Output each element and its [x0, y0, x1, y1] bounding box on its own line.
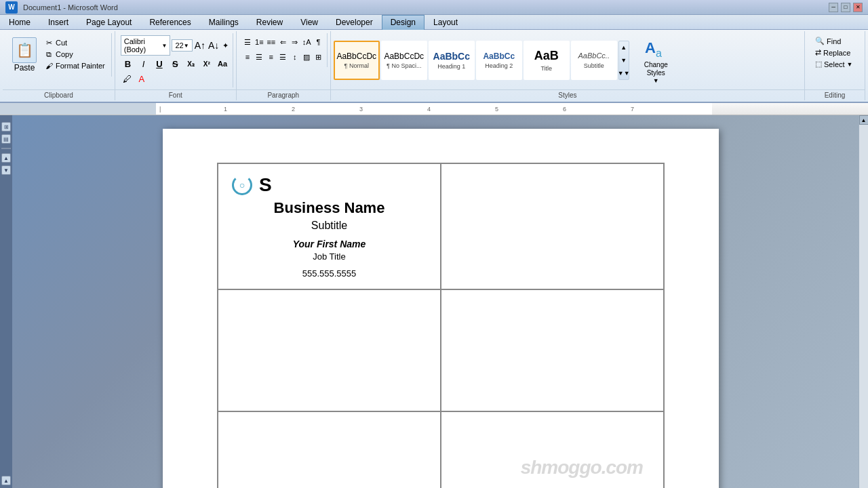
replace-icon: ⇄ — [815, 48, 821, 57]
card-cell-mid-right[interactable] — [441, 289, 664, 411]
copy-button[interactable]: ⧉ Copy — [42, 49, 107, 60]
card-cell-bot-right[interactable]: shmoggo.com — [441, 411, 664, 488]
font-size-selector[interactable]: 22 ▼ — [172, 39, 192, 52]
increase-indent-button[interactable]: ⇒ — [289, 35, 300, 49]
styles-section: AaBbCcDc ¶ Normal AaBbCcDc ¶ No Spaci...… — [331, 31, 805, 100]
replace-button[interactable]: ⇄ Replace — [813, 47, 856, 58]
ribbon: 📋 Paste ✂ Cut ⧉ Copy 🖌 Format Painter — [0, 30, 868, 103]
change-styles-button[interactable]: A a ChangeStyles ▼ — [631, 34, 682, 87]
numbering-button[interactable]: 1≡ — [254, 35, 264, 49]
card-logo: ○ — [232, 175, 252, 195]
word-logo: W — [5, 1, 18, 14]
strikethrough-button[interactable]: S — [168, 57, 182, 70]
close-button[interactable]: ✕ — [853, 3, 863, 12]
borders-button[interactable]: ⊞ — [313, 50, 323, 64]
superscript-button[interactable]: X² — [199, 57, 214, 70]
font-size-decrease-button[interactable]: A↓ — [208, 39, 220, 52]
tab-references[interactable]: References — [140, 15, 199, 29]
style-heading2[interactable]: AaBbCc Heading 2 — [476, 41, 522, 80]
bold-button[interactable]: B — [121, 57, 135, 70]
font-color-button[interactable]: A — [135, 72, 149, 85]
editing-section: 🔍 Find ⇄ Replace ⬚ Select ▼ Editing — [805, 31, 865, 100]
style-h2-preview: AaBbCc — [483, 52, 515, 61]
view-btn-1[interactable]: ⊞ — [1, 122, 11, 131]
ruler: | 1 2 3 4 5 6 7 — [0, 103, 868, 115]
italic-button[interactable]: I — [136, 57, 151, 70]
scroll-more-icon: ▼▼ — [618, 70, 630, 77]
style-nospace-preview: AaBbCcDc — [384, 52, 424, 61]
style-normal-label: ¶ Normal — [344, 62, 369, 69]
svg-text:a: a — [656, 47, 662, 59]
change-styles-label: ChangeStyles — [644, 61, 668, 77]
font-name-selector[interactable]: Calibri (Body) ▼ — [121, 35, 171, 56]
copy-icon: ⧉ — [44, 49, 54, 59]
card-cell-mid-left[interactable] — [218, 289, 441, 411]
card-person-name: Your First Name — [293, 239, 366, 249]
style-subtitle[interactable]: AaBbCc.. Subtitle — [571, 41, 617, 80]
select-button[interactable]: ⬚ Select ▼ — [813, 58, 856, 70]
styles-scroll-button[interactable]: ▲ ▼ ▼▼ — [618, 41, 629, 80]
underline-button[interactable]: U — [152, 57, 166, 70]
cut-button[interactable]: ✂ Cut — [42, 37, 107, 48]
sort-button[interactable]: ↕A — [301, 35, 312, 49]
show-hide-button[interactable]: ¶ — [313, 35, 323, 49]
card-job-title: Job Title — [313, 251, 345, 262]
card-cell-bot-left[interactable] — [218, 411, 441, 488]
font-section: Calibri (Body) ▼ 22 ▼ A↑ A↓ ✦ B I U S — [115, 31, 237, 100]
title-bar: W Document1 - Microsoft Word ─ □ ✕ — [0, 0, 868, 15]
style-subtitle-preview: AaBbCc.. — [578, 52, 610, 60]
view-btn-4[interactable]: ▼ — [1, 165, 11, 175]
style-h1-preview: AaBbCc — [433, 51, 470, 62]
format-painter-button[interactable]: 🖌 Format Painter — [42, 60, 107, 71]
view-btn-2[interactable]: ▤ — [1, 134, 11, 144]
tab-mailings[interactable]: Mailings — [200, 15, 248, 29]
subscript-button[interactable]: X₂ — [184, 57, 198, 70]
scroll-up-button[interactable]: ▲ — [859, 115, 869, 125]
card-cell-top-right[interactable] — [441, 163, 664, 289]
style-normal-preview: AaBbCcDc — [336, 52, 376, 61]
align-left-button[interactable]: ≡ — [242, 50, 253, 64]
font-label: Font — [115, 89, 236, 100]
tab-insert[interactable]: Insert — [39, 15, 77, 29]
editing-label: Editing — [805, 89, 865, 100]
title-text: Document1 - Microsoft Word — [23, 3, 118, 12]
style-heading1[interactable]: AaBbCc Heading 1 — [429, 41, 475, 80]
clear-formatting-button[interactable]: ✦ — [221, 39, 229, 52]
card-cell-top-left[interactable]: ○ S Business Name Subtitle Your First Na… — [218, 163, 441, 289]
tab-page-layout[interactable]: Page Layout — [77, 15, 140, 29]
align-center-button[interactable]: ☰ — [254, 50, 264, 64]
font-size-increase-button[interactable]: A↑ — [194, 39, 206, 52]
style-subtitle-label: Subtitle — [584, 62, 604, 69]
shading-button[interactable]: ▨ — [301, 50, 312, 64]
editing-area: 🔍 Find ⇄ Replace ⬚ Select ▼ — [808, 33, 862, 72]
tab-layout[interactable]: Layout — [425, 15, 467, 29]
bullets-button[interactable]: ☰ — [242, 35, 253, 49]
tab-design[interactable]: Design — [382, 15, 425, 30]
find-button[interactable]: 🔍 Find — [813, 35, 856, 47]
card-subtitle: Subtitle — [311, 220, 347, 232]
style-title[interactable]: AaB Title — [524, 41, 570, 80]
minimize-button[interactable]: ─ — [829, 3, 838, 12]
font-area: Calibri (Body) ▼ 22 ▼ A↑ A↓ ✦ B I U S — [118, 33, 233, 87]
style-nospace[interactable]: AaBbCcDc ¶ No Spaci... — [381, 41, 427, 80]
watermark: shmoggo.com — [521, 457, 643, 479]
style-normal[interactable]: AaBbCcDc ¶ Normal — [334, 41, 380, 80]
align-right-button[interactable]: ≡ — [266, 50, 277, 64]
tab-review[interactable]: Review — [248, 15, 292, 29]
view-btn-3[interactable]: ▲ — [1, 153, 11, 163]
tab-home[interactable]: Home — [0, 15, 39, 29]
select-icon: ⬚ — [815, 60, 822, 68]
paste-button[interactable]: 📋 Paste — [9, 36, 39, 74]
view-btn-5[interactable]: ▲ — [1, 476, 11, 485]
scroll-track[interactable] — [859, 125, 868, 488]
justify-button[interactable]: ☰ — [277, 50, 288, 64]
tab-developer[interactable]: Developer — [327, 15, 382, 29]
scroll-down-icon: ▼ — [620, 57, 627, 64]
tab-view[interactable]: View — [292, 15, 327, 29]
multilevel-list-button[interactable]: ≡≡ — [266, 35, 277, 49]
decrease-indent-button[interactable]: ⇐ — [277, 35, 288, 49]
line-spacing-button[interactable]: ↕ — [289, 50, 300, 64]
change-case-button[interactable]: Aa — [215, 57, 229, 70]
maximize-button[interactable]: □ — [841, 3, 850, 12]
text-highlight-button[interactable]: 🖊 — [121, 72, 134, 85]
